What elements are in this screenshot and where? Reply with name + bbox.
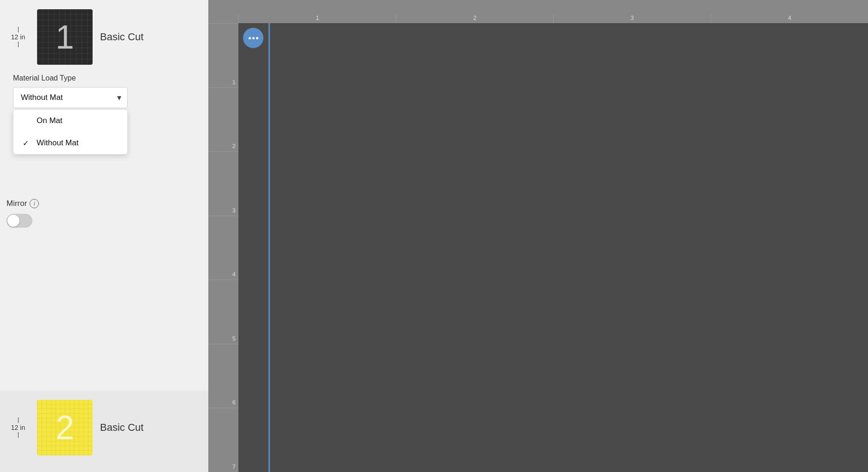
ruler-left-mark-3: 3 [208,151,238,216]
mirror-label: Mirror [6,199,27,208]
mat2-number: 2 [56,411,74,444]
toggle-knob [7,215,19,227]
tick-top [18,27,19,32]
tick-top-2 [18,417,19,423]
dropdown-selected-value: Without Mat [21,93,63,102]
dropdown-item-on-mat[interactable]: On Mat [13,110,127,132]
without-mat-option: Without Mat [37,138,79,148]
mat2-label: Basic Cut [100,422,144,434]
right-panel: 1 2 3 4 1 2 3 4 5 6 7 [208,0,868,472]
ruler-mark-4: 4 [711,14,868,23]
material-load-dropdown[interactable]: Without Mat [13,87,128,108]
mat1-size-indicator: 12 in [6,27,30,47]
dropdown-item-without-mat[interactable]: ✓ Without Mat [13,132,127,154]
mat1-header: 12 in 1 Basic Cut [6,9,202,65]
tick-bottom-2 [18,432,19,438]
checkmark-icon: ✓ [23,139,32,148]
mirror-section: Mirror i [0,190,208,237]
mat1-number: 1 [56,20,74,54]
mat2-header: 12 in 2 Basic Cut [6,400,202,455]
tick-bottom [18,42,19,47]
mat2-size: 12 in [11,424,25,431]
mat2-size-indicator: 12 in [6,417,30,438]
mat2-thumbnail: 2 [37,400,93,455]
ruler-left-mark-6: 6 [208,344,238,408]
mat1-label: Basic Cut [100,31,144,43]
material-load-type-label: Material Load Type [13,74,202,82]
ruler-mark-2: 2 [396,14,553,23]
more-options-button[interactable] [243,28,263,48]
mat1-section: 12 in 1 Basic Cut Material Load Type Wit… [0,0,208,116]
material-load-dropdown-wrapper: Without Mat ▾ On Mat ✓ Without Mat [13,87,128,108]
mirror-info-icon[interactable]: i [30,199,39,208]
mat-boundary-line [269,23,270,472]
mat1-thumbnail: 1 [37,9,93,65]
canvas-main [238,23,868,472]
ruler-mark-3: 3 [553,14,711,23]
dots-container [249,37,258,39]
dropdown-menu: On Mat ✓ Without Mat [13,109,128,155]
ruler-left-mark-1: 1 [208,23,238,87]
on-mat-option: On Mat [37,116,62,125]
left-panel: 12 in 1 Basic Cut Material Load Type Wit… [0,0,208,472]
dot-1 [249,37,251,39]
ruler-left-mark-4: 4 [208,216,238,280]
ruler-left: 1 2 3 4 5 6 7 [208,23,238,472]
mirror-label-row: Mirror i [6,199,202,208]
ruler-left-mark-5: 5 [208,279,238,344]
mat2-section: 12 in 2 Basic Cut [0,391,208,472]
dot-3 [256,37,258,39]
mat1-size: 12 in [11,33,25,41]
dot-2 [252,37,255,39]
ruler-top-marks: 1 2 3 4 [238,14,868,23]
ruler-top: 1 2 3 4 [208,0,868,23]
mirror-toggle[interactable] [6,214,32,228]
ruler-left-mark-7: 7 [208,408,238,472]
ruler-left-mark-2: 2 [208,87,238,152]
ruler-mark-1: 1 [238,14,396,23]
canvas-area: 1 2 3 4 5 6 7 [208,23,868,472]
